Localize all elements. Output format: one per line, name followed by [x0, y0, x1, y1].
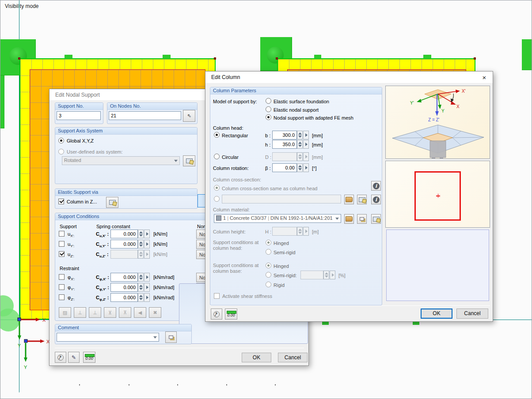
node-point[interactable]	[474, 57, 476, 60]
nodal-help-button[interactable]: ?	[55, 352, 66, 363]
adapted-fe-mesh-radio[interactable]	[266, 114, 271, 120]
pencil-icon: ✎	[72, 354, 76, 361]
cross-same-info-button[interactable]: i	[371, 181, 381, 191]
support-square-topright	[522, 39, 532, 70]
nodal-support-circle[interactable]	[0, 309, 20, 331]
beta-spinner[interactable]	[297, 163, 303, 172]
material-new-button[interactable]	[357, 214, 367, 224]
support-strip-left	[0, 75, 4, 128]
b-field[interactable]	[272, 131, 297, 139]
free-support-icon-button[interactable]: ✖	[149, 307, 161, 318]
global-xyz-radio[interactable]	[58, 138, 64, 143]
on-nodes-field[interactable]	[109, 111, 181, 120]
semirigid-param-button	[330, 271, 335, 279]
cross-edit-button[interactable]	[357, 195, 367, 204]
cuz-field	[110, 250, 138, 259]
h-field[interactable]	[272, 140, 297, 149]
rotated-axis-combo[interactable]: Rotated	[62, 156, 180, 165]
library-book-icon	[346, 216, 353, 222]
column-help-button[interactable]: ?	[211, 309, 222, 320]
restraint-label: Restraint	[60, 266, 79, 271]
node-point[interactable]	[214, 57, 216, 60]
material-edit-button[interactable]	[371, 214, 381, 224]
cphiz-spinner[interactable]	[138, 293, 144, 302]
rectangular-radio[interactable]	[214, 132, 220, 138]
comment-combo[interactable]	[57, 333, 159, 342]
height-unit: [m]	[312, 229, 319, 235]
roller-support-icon-button[interactable]: ◀	[134, 307, 146, 318]
ux-checkbox[interactable]	[59, 231, 65, 237]
semirigid-unit: [%]	[338, 273, 346, 279]
cuy-spinner[interactable]	[138, 240, 144, 248]
support-y-icon-button[interactable]: ⊼	[119, 307, 131, 318]
base-conditions-label-1: Support conditions at	[213, 263, 258, 268]
user-defined-axis-radio[interactable]	[58, 149, 64, 154]
edit-dialog-icon	[359, 197, 365, 202]
column-in-z-checkbox[interactable]	[58, 199, 64, 204]
h-unit: [mm]	[312, 142, 323, 148]
comment-templates-button[interactable]	[165, 331, 177, 343]
cuy-param-button[interactable]	[144, 240, 150, 248]
cross-custom-info-button[interactable]: i	[371, 195, 381, 204]
cphiy-spinner[interactable]	[138, 283, 144, 292]
base-hinged-radio	[266, 263, 271, 268]
support-x-icon-button[interactable]: ⊻	[104, 307, 116, 318]
cuy-field[interactable]	[110, 240, 138, 248]
column-dialog-titlebar[interactable]: Edit Column ×	[205, 72, 493, 83]
node-point[interactable]	[18, 57, 20, 60]
adapted-fe-mesh-label: Nodal support with adapted FE mesh	[274, 115, 353, 121]
cux-spinner[interactable]	[138, 230, 144, 238]
elastic-nodal-support-label: Elastic nodal support	[274, 107, 319, 113]
nodal-cancel-button[interactable]: Cancel	[278, 353, 308, 362]
material-combo[interactable]: 1|Concrete C30/37|DIN EN 1992-1-1/NA/A1:…	[214, 214, 341, 223]
cphiy-param-button[interactable]	[144, 283, 150, 292]
material-library-button[interactable]	[344, 214, 354, 224]
phix-checkbox[interactable]	[59, 274, 65, 280]
phiz-checkbox[interactable]	[59, 294, 65, 300]
b-param-button[interactable]	[303, 131, 309, 139]
cux-field[interactable]	[110, 230, 138, 238]
cphix-param-button[interactable]	[144, 273, 150, 282]
edit-column-button[interactable]	[106, 197, 118, 208]
column-ok-button[interactable]: OK	[421, 309, 452, 319]
support-model-illustration: X' X Y' Y Z = Z'	[386, 86, 490, 159]
h-param-button[interactable]	[303, 140, 309, 149]
circular-radio[interactable]	[214, 154, 220, 159]
support-no-field[interactable]	[57, 111, 101, 120]
sliding-support-icon-button[interactable]: ▨	[59, 307, 71, 318]
column-height-label: Column height:	[213, 229, 246, 235]
nodal-notes-button[interactable]: ✎	[68, 352, 80, 363]
head-hinged-label: Hinged	[274, 241, 289, 246]
node-picker-button[interactable]: ⇖	[183, 110, 195, 122]
hinged-support-icon-button[interactable]: ⊥	[74, 307, 86, 318]
b-spinner[interactable]	[297, 131, 303, 139]
h-spinner[interactable]	[297, 140, 303, 149]
grid-point	[79, 384, 80, 385]
cphiz-param-button[interactable]	[144, 293, 150, 302]
node-point[interactable]	[276, 57, 278, 60]
beta-param-button[interactable]	[303, 163, 309, 172]
nodal-units-button[interactable]: 0.00	[83, 352, 95, 363]
cphix-spinner[interactable]	[138, 273, 144, 282]
uz-checkbox[interactable]	[59, 251, 65, 257]
column-units-button[interactable]: 0.00	[225, 309, 237, 320]
phiz-label: φZ':	[68, 295, 75, 302]
elastic-surface-foundation-radio[interactable]	[266, 98, 271, 104]
uy-checkbox[interactable]	[59, 241, 65, 247]
cphiy-field[interactable]	[110, 283, 138, 292]
nodal-ok-button[interactable]: OK	[242, 353, 271, 362]
column-cancel-button[interactable]: Cancel	[456, 309, 488, 319]
cux-param-button[interactable]	[144, 230, 150, 238]
edit-axis-button[interactable]	[183, 155, 195, 166]
cphiz-field[interactable]	[110, 293, 138, 302]
cphiy-unit: [kNm/rad]	[153, 285, 175, 290]
new-material-icon	[360, 217, 364, 221]
elastic-nodal-support-radio[interactable]	[266, 106, 271, 112]
close-icon[interactable]: ×	[479, 73, 490, 82]
beta-field[interactable]	[272, 163, 297, 172]
cphix-field[interactable]	[110, 273, 138, 282]
cross-library-button[interactable]	[344, 195, 354, 204]
fixed-support-icon-button[interactable]: ⊥	[89, 307, 101, 318]
column-head-label: Column head:	[213, 125, 243, 131]
phiy-checkbox[interactable]	[59, 284, 65, 290]
